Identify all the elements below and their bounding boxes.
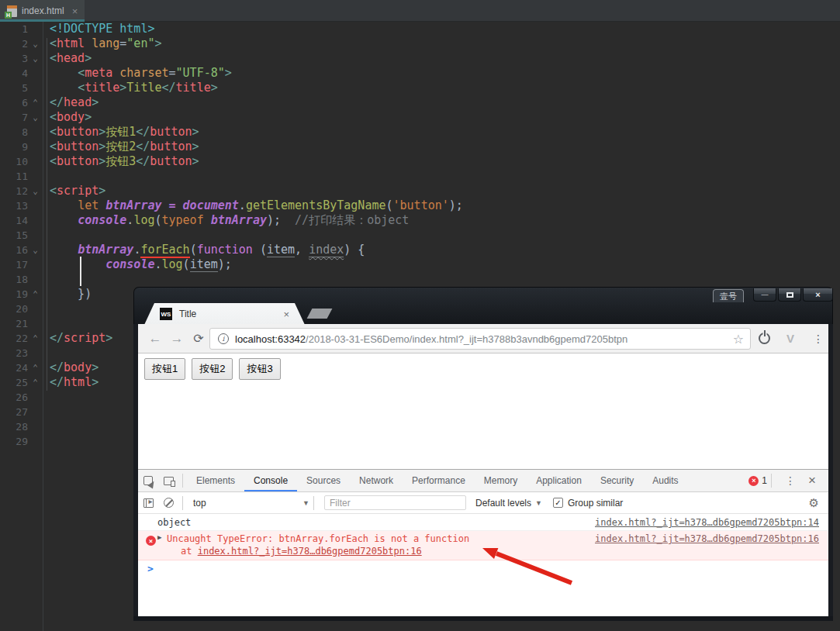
- code-line[interactable]: let btnArray = document.getElementsByTag…: [50, 198, 840, 213]
- code-line[interactable]: console.log(typeof btnArray); //打印结果：obj…: [50, 213, 840, 228]
- page-button[interactable]: 按钮2: [192, 358, 233, 380]
- line-number: 19: [0, 288, 28, 300]
- new-tab-button[interactable]: [307, 309, 333, 319]
- code-line[interactable]: <body>: [50, 110, 840, 125]
- prompt-chevron-icon: >: [147, 563, 154, 574]
- stack-source-link[interactable]: index.html?_ijt=h378…db6gpemd7205btpn:16: [198, 546, 422, 557]
- profile-badge[interactable]: 壹号: [713, 289, 744, 302]
- code-line[interactable]: <html lang="en">: [50, 36, 840, 51]
- window-close-button[interactable]: ×: [803, 288, 833, 302]
- code-line[interactable]: <button>按钮2</button>: [50, 140, 840, 154]
- code-line[interactable]: <script>: [50, 184, 840, 198]
- console-filter-input[interactable]: [324, 495, 466, 510]
- device-toolbar-icon[interactable]: [158, 471, 178, 491]
- log-levels-dropdown[interactable]: Default levels ▼: [475, 498, 542, 509]
- error-icon: ×: [748, 476, 759, 486]
- fold-toggle-icon[interactable]: ⌄: [28, 243, 43, 257]
- devtools-menu-icon[interactable]: ⋮: [780, 471, 800, 491]
- group-similar-checkbox[interactable]: ✓: [553, 498, 563, 508]
- console-toolbar: top ▼ Default levels ▼ ✓ Group similar ⚙: [138, 492, 828, 514]
- devtools-tab-bar: ElementsConsoleSourcesNetworkPerformance…: [138, 470, 828, 492]
- browser-tab-close-icon[interactable]: ×: [283, 309, 289, 320]
- devtools-tab-application[interactable]: Application: [527, 470, 591, 491]
- fold-toggle-icon[interactable]: ⌄: [28, 184, 43, 198]
- code-line[interactable]: [50, 228, 840, 243]
- code-line[interactable]: </head>: [50, 95, 840, 110]
- page-button[interactable]: 按钮1: [144, 358, 185, 380]
- expand-triangle-icon[interactable]: ▶: [157, 533, 161, 541]
- gutter-line: 22⌃: [0, 331, 43, 346]
- browser-title-bar[interactable]: 壹号 — × WS Title ×: [133, 287, 833, 324]
- browser-tab[interactable]: WS Title ×: [144, 303, 305, 325]
- clear-console-icon[interactable]: [158, 493, 178, 513]
- gutter-line: 23: [0, 346, 43, 360]
- forward-icon[interactable]: →: [168, 324, 186, 353]
- tab-close-icon[interactable]: ×: [72, 5, 78, 17]
- code-line[interactable]: <title>Title</title>: [50, 81, 840, 95]
- line-number: 22: [0, 333, 28, 344]
- url-host: localhost:63342: [235, 333, 306, 345]
- chevron-down-icon: ▼: [535, 499, 542, 507]
- devtools-panel: ElementsConsoleSourcesNetworkPerformance…: [138, 469, 828, 616]
- fold-toggle-icon[interactable]: ⌃: [28, 360, 43, 375]
- console-messages: object index.html?_ijt=h378…db6gpemd7205…: [138, 514, 828, 579]
- devtools-tab-elements[interactable]: Elements: [187, 470, 244, 491]
- source-link[interactable]: index.html?_ijt=h378…db6gpemd7205btpn:14: [595, 514, 819, 531]
- code-line[interactable]: <!DOCTYPE html>: [50, 22, 840, 36]
- devtools-tab-audits[interactable]: Audits: [643, 470, 687, 491]
- devtools-tab-sources[interactable]: Sources: [297, 470, 350, 491]
- error-count-badge[interactable]: × 1: [748, 475, 767, 486]
- reload-icon[interactable]: ⟳: [189, 324, 208, 353]
- fold-toggle-icon[interactable]: ⌃: [28, 287, 43, 302]
- ide-tab-index-html[interactable]: H index.html ×: [0, 0, 85, 22]
- inspect-element-icon[interactable]: [138, 471, 158, 491]
- extension-power-icon[interactable]: [759, 333, 770, 344]
- line-number: 26: [0, 391, 28, 403]
- source-link[interactable]: index.html?_ijt=h378…db6gpemd7205btpn:16: [595, 533, 819, 544]
- window-frame-bottom: [133, 616, 833, 621]
- fold-toggle-icon[interactable]: ⌃: [28, 375, 43, 390]
- page-button[interactable]: 按钮3: [239, 358, 280, 380]
- devtools-tab-memory[interactable]: Memory: [475, 470, 527, 491]
- divider: [771, 474, 772, 488]
- webstorm-favicon: WS: [160, 308, 172, 320]
- screen: H index.html × 12⌄3⌄456⌃7⌄89101112⌄13141…: [0, 0, 840, 631]
- code-line[interactable]: <button>按钮3</button>: [50, 154, 840, 169]
- window-frame-right: [828, 324, 833, 621]
- browser-menu-icon[interactable]: ⋮: [813, 324, 824, 353]
- divider: [182, 474, 183, 488]
- line-number: 12: [0, 185, 28, 197]
- console-settings-gear-icon[interactable]: ⚙: [809, 496, 819, 510]
- code-line[interactable]: [50, 272, 840, 287]
- devtools-tab-performance[interactable]: Performance: [403, 470, 475, 491]
- line-number: 3: [0, 53, 28, 64]
- fold-toggle-icon[interactable]: ⌃: [28, 331, 43, 346]
- console-sidebar-icon[interactable]: [138, 493, 158, 513]
- fold-toggle-icon[interactable]: ⌃: [28, 95, 43, 110]
- back-icon[interactable]: ←: [146, 324, 164, 353]
- window-minimize-button[interactable]: —: [753, 288, 776, 302]
- address-bar[interactable]: i localhost:63342 /2018-03-31-ES6Demo/in…: [209, 328, 751, 350]
- gutter-line: 17: [0, 257, 43, 272]
- extension-v-icon[interactable]: V: [786, 324, 794, 353]
- bookmark-star-icon[interactable]: ☆: [733, 332, 744, 347]
- devtools-tab-security[interactable]: Security: [591, 470, 643, 491]
- devtools-close-icon[interactable]: ×: [802, 471, 822, 491]
- console-prompt[interactable]: >: [138, 560, 828, 579]
- devtools-tab-network[interactable]: Network: [350, 470, 403, 491]
- maximize-icon: [786, 292, 793, 298]
- window-maximize-button[interactable]: [778, 288, 801, 302]
- fold-toggle-icon[interactable]: ⌄: [28, 51, 43, 66]
- devtools-tab-console[interactable]: Console: [244, 470, 297, 491]
- code-line[interactable]: <head>: [50, 51, 840, 66]
- fold-toggle-icon[interactable]: ⌄: [28, 110, 43, 125]
- code-line[interactable]: [50, 169, 840, 184]
- fold-toggle-icon[interactable]: ⌄: [28, 36, 43, 51]
- code-line[interactable]: btnArray.forEach(function (item, index) …: [50, 243, 840, 257]
- code-line[interactable]: <button>按钮1</button>: [50, 125, 840, 140]
- code-line[interactable]: <meta charset="UTF-8">: [50, 66, 840, 81]
- context-dropdown[interactable]: top ▼: [193, 498, 309, 509]
- gutter-line: 10: [0, 154, 43, 169]
- page-info-icon[interactable]: i: [218, 333, 229, 344]
- code-line[interactable]: console.log(item);: [50, 257, 840, 272]
